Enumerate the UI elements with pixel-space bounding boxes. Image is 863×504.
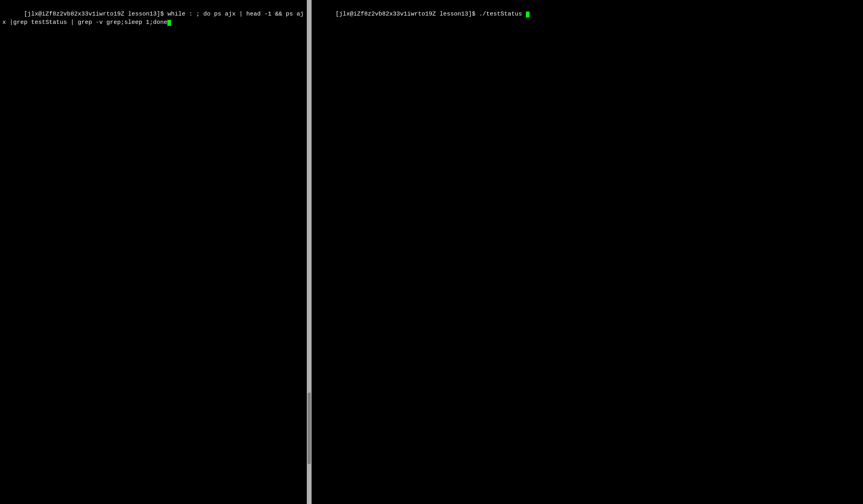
right-prompt-at: @	[350, 11, 353, 18]
right-prompt-bracket-close: ]	[468, 11, 472, 18]
terminal-content-right: [jlx@iZf8z2vb82x33v1iwrto19Z lesson13]$ …	[312, 0, 863, 28]
right-command-text: ./testStatus	[479, 11, 526, 18]
left-prompt-dir: lesson13	[128, 11, 157, 18]
terminal-container: [jlx@iZf8z2vb82x33v1iwrto19Z lesson13]$ …	[0, 0, 863, 504]
right-prompt-bracket-open: [	[335, 11, 339, 18]
left-prompt-bracket-open: [	[24, 11, 27, 18]
scrollbar[interactable]	[308, 393, 311, 464]
terminal-pane-left[interactable]: [jlx@iZf8z2vb82x33v1iwrto19Z lesson13]$ …	[0, 0, 307, 504]
left-cursor	[167, 20, 171, 26]
left-prompt-host: iZf8z2vb82x33v1iwrto19Z	[42, 11, 124, 18]
right-cursor	[526, 12, 530, 18]
terminal-divider[interactable]	[307, 0, 312, 504]
terminal-pane-right[interactable]: [jlx@iZf8z2vb82x33v1iwrto19Z lesson13]$ …	[312, 0, 863, 504]
left-prompt-bracket-close: ]	[157, 11, 160, 18]
right-prompt-host: iZf8z2vb82x33v1iwrto19Z	[353, 11, 436, 18]
left-prompt-user: jlx	[27, 11, 38, 18]
left-prompt-symbol: $	[160, 11, 164, 18]
right-prompt-symbol: $	[472, 11, 475, 18]
right-prompt-user: jlx	[339, 11, 350, 18]
terminal-content-left: [jlx@iZf8z2vb82x33v1iwrto19Z lesson13]$ …	[0, 0, 307, 37]
left-prompt-at: @	[38, 11, 42, 18]
right-prompt-dir: lesson13	[439, 11, 468, 18]
